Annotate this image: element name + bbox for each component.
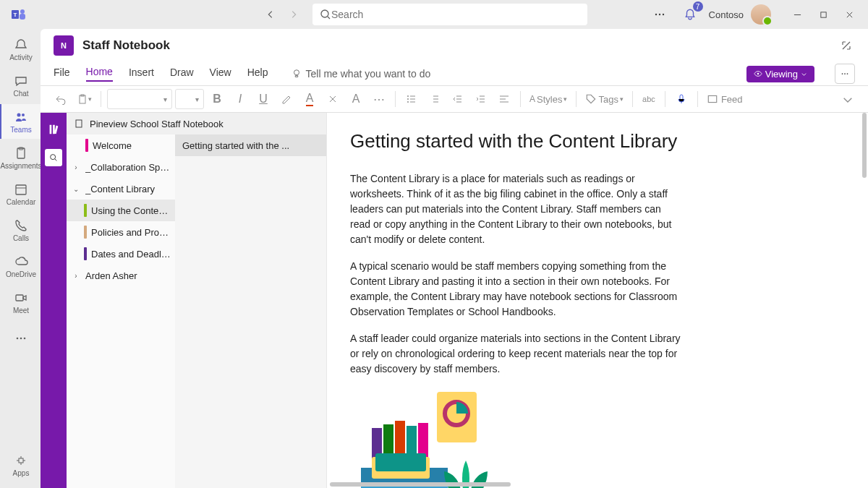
tell-me[interactable]: Tell me what you want to do (292, 68, 431, 80)
ribbon-more-button[interactable] (835, 64, 855, 84)
undo-button[interactable] (51, 89, 71, 109)
onenote-logo: N (54, 35, 74, 56)
scrollbar-horizontal[interactable] (330, 482, 511, 487)
highlight-button[interactable] (276, 89, 297, 109)
rail-onedrive[interactable]: OneDrive (0, 249, 41, 283)
search-input[interactable] (331, 9, 580, 20)
paste-button[interactable]: ▾ (74, 89, 95, 109)
rail-more[interactable] (0, 321, 41, 356)
notebooks-icon[interactable] (46, 121, 61, 137)
svg-rect-18 (19, 458, 23, 463)
rail-label: Assignments (0, 162, 41, 170)
tab-insert[interactable]: Insert (129, 67, 154, 81)
spellcheck-button[interactable]: abc (639, 89, 659, 109)
teams-logo: T (9, 4, 29, 25)
align-button[interactable] (494, 89, 514, 109)
nav-panel: Pineview School Staff Notebook Welcome ›… (67, 113, 327, 488)
section-group-content-library[interactable]: ⌄_Content Library (67, 178, 175, 200)
svg-rect-30 (708, 95, 716, 102)
tenant-label: Contoso (709, 9, 744, 20)
font-color-button[interactable]: A (299, 89, 320, 109)
rail-chat[interactable]: Chat (0, 68, 41, 103)
viewing-button[interactable]: Viewing (746, 66, 814, 82)
rail-calendar[interactable]: Calendar (0, 176, 41, 211)
outdent-button[interactable] (448, 89, 468, 109)
more-icon[interactable] (648, 3, 671, 26)
page-title: Getting started with the Content Library (350, 130, 845, 153)
bold-button[interactable]: B (207, 89, 227, 109)
section-policies[interactable]: Policies and Proced... (67, 221, 175, 243)
tab-help[interactable]: Help (247, 67, 268, 81)
underline-button[interactable]: U (253, 89, 273, 109)
lightbulb-icon (292, 69, 302, 79)
titlebar: T 7 Contoso (0, 0, 868, 29)
close-button[interactable] (836, 3, 862, 26)
svg-point-16 (20, 338, 22, 340)
italic-button[interactable]: I (230, 89, 250, 109)
svg-rect-33 (437, 392, 477, 442)
nav-forward-button[interactable] (284, 4, 304, 25)
feed-button[interactable]: Feed (704, 89, 746, 109)
format-painter-button[interactable]: A (346, 89, 366, 109)
svg-text:T: T (14, 12, 17, 18)
svg-point-27 (407, 98, 409, 100)
svg-point-7 (662, 14, 663, 15)
styles-button[interactable]: AStyles▾ (527, 89, 570, 109)
minimize-button[interactable] (784, 3, 810, 26)
page-canvas[interactable]: Getting started with the Content Library… (327, 113, 868, 488)
section-group-collab[interactable]: ›_Collaboration Space (67, 156, 175, 178)
section-dates[interactable]: Dates and Deadlines (67, 243, 175, 265)
svg-point-26 (407, 95, 409, 97)
svg-point-9 (17, 113, 21, 116)
section-group-arden[interactable]: ›Arden Asher (67, 265, 175, 286)
search-box[interactable] (312, 4, 587, 25)
tab-view[interactable]: View (210, 67, 231, 81)
tab-file[interactable]: File (54, 67, 70, 81)
rail-calls[interactable]: Calls (0, 213, 41, 247)
svg-point-19 (294, 70, 299, 75)
svg-point-21 (842, 73, 843, 74)
rail-label: Activity (9, 53, 33, 61)
eye-icon (754, 69, 762, 78)
section-using-content[interactable]: Using the Content ... (67, 200, 175, 221)
rail-label: Calls (13, 234, 29, 242)
rail-teams[interactable]: Teams (0, 104, 41, 139)
section-welcome[interactable]: Welcome (67, 134, 175, 156)
font-family[interactable]: ▾ (107, 89, 172, 109)
rail-activity[interactable]: Activity (0, 32, 41, 67)
svg-point-20 (757, 73, 759, 75)
collapse-ribbon-button[interactable] (838, 89, 858, 109)
nav-back-button[interactable] (260, 4, 281, 25)
notebook-name-header[interactable]: Pineview School Staff Notebook (67, 113, 326, 134)
svg-point-22 (844, 73, 846, 74)
search-icon (320, 9, 331, 20)
svg-point-4 (321, 10, 328, 17)
tab-draw[interactable]: Draw (170, 67, 194, 81)
bullets-button[interactable] (401, 89, 422, 109)
more-formatting[interactable]: ⋯ (369, 89, 389, 109)
rail-meet[interactable]: Meet (0, 285, 41, 320)
collapse-icon[interactable] (838, 37, 855, 54)
indent-button[interactable] (471, 89, 491, 109)
notification-badge: 7 (693, 1, 703, 12)
svg-point-23 (847, 73, 848, 74)
sections-list: Welcome ›_Collaboration Space ⌄_Content … (67, 134, 175, 488)
svg-rect-24 (80, 95, 85, 103)
tags-button[interactable]: Tags▾ (582, 89, 626, 109)
scrollbar-vertical[interactable] (862, 113, 867, 178)
rail-apps[interactable]: Apps (0, 448, 41, 482)
dictate-button[interactable] (671, 89, 692, 109)
tab-home[interactable]: Home (86, 66, 113, 82)
chevron-down-icon (801, 71, 807, 77)
notifications-button[interactable]: 7 (678, 3, 702, 26)
page-getting-started[interactable]: Getting started with the ... (175, 134, 326, 156)
font-size[interactable]: ▾ (175, 89, 204, 109)
maximize-button[interactable] (810, 3, 836, 26)
avatar[interactable] (751, 4, 771, 25)
search-notebook-icon[interactable] (45, 149, 62, 166)
svg-point-15 (17, 338, 19, 340)
svg-rect-13 (16, 185, 26, 194)
numbering-button[interactable] (425, 89, 445, 109)
clear-format-button[interactable] (323, 89, 343, 109)
rail-assignments[interactable]: Assignments (0, 140, 41, 175)
